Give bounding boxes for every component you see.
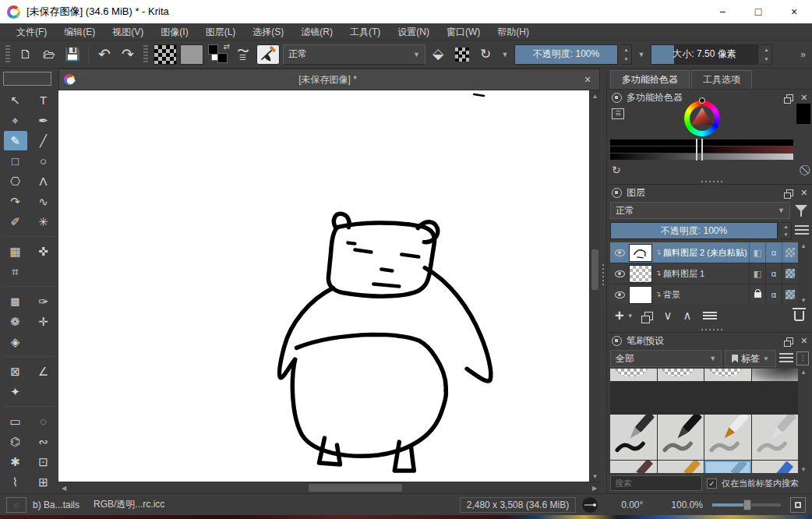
layer-name[interactable]: 背景 [663,289,749,301]
brush-preset-eraser-checker[interactable] [704,369,751,381]
transform-tool[interactable]: ▦ [4,242,27,261]
measure-tool[interactable]: ∠ [32,362,55,381]
opacity-slider[interactable]: 不透明度: 100% [514,44,618,65]
tag-button[interactable]: 标签 ▼ [725,350,776,367]
add-layer-button[interactable]: + [615,307,624,325]
filter-layers-icon[interactable] [793,203,809,218]
redo-icon[interactable]: ↷ [118,44,138,65]
zoom-slider[interactable] [712,503,781,507]
maximize-button[interactable]: □ [740,0,776,23]
layer-row[interactable]: ↴颜料图层 1◧α [610,263,798,284]
smart-patch-tool[interactable]: ✛ [32,312,55,331]
search-in-tag-checkbox[interactable]: ✓ [707,478,717,489]
tab-tool-options[interactable]: 工具选项 [691,70,752,89]
selector-shape-icon[interactable]: ☰ [612,108,624,119]
layer-scrollbar[interactable]: ▲ ▼ [798,242,809,304]
vscroll-thumb[interactable] [591,249,598,290]
brush-editor-icon[interactable] [256,44,280,65]
save-icon[interactable]: 💾 [62,44,83,65]
menu-item[interactable]: 工具(T) [341,23,389,41]
menu-item[interactable]: 设置(N) [389,23,438,41]
canvas-horizontal-scrollbar[interactable]: ◀ ▶ [58,482,600,493]
toolbar-blend-mode-dropdown[interactable]: 正常▼ [283,44,425,65]
brush-preset-pencil-blue[interactable] [752,461,799,473]
alpha-lock-icon[interactable]: α [765,284,782,304]
brush-preset-marker-black[interactable] [658,415,704,460]
toolbox-drag-header[interactable] [3,72,51,86]
inherit-alpha-icon[interactable] [782,263,798,284]
magnetic-select-tool[interactable]: ⌇ [4,472,27,492]
canvas[interactable] [58,90,589,482]
brush-lock-icon[interactable]: ◧ [754,248,761,258]
alpha-lock-icon[interactable]: α [765,263,782,284]
reload-preset-icon[interactable]: ↻ [475,44,496,65]
layer-thumbnail[interactable] [629,244,652,262]
layer-row[interactable]: ↴背景α [610,284,798,304]
toolbar-drag-handle[interactable] [5,45,10,64]
layer-blend-mode-dropdown[interactable]: 正常▼ [610,202,790,219]
toolbar-drag-handle[interactable] [143,45,148,64]
canvas-vertical-scrollbar[interactable]: ▲ ▼ [589,90,600,482]
text-tool[interactable]: T [32,90,55,110]
docker-float-icon[interactable] [786,337,793,344]
scroll-up-icon[interactable]: ▲ [800,369,807,376]
layer-menu-icon[interactable] [795,225,809,236]
close-button[interactable]: × [776,0,812,23]
layer-name[interactable]: 颜料图层 1 [663,268,749,280]
scroll-down-icon[interactable]: ▼ [800,297,807,304]
fg-bg-colors[interactable]: ⇄ [207,44,230,65]
inherit-alpha-icon[interactable] [782,284,798,304]
layer-properties-button[interactable] [703,311,717,320]
docker-close-icon[interactable]: × [801,92,807,103]
hscroll-thumb[interactable] [309,484,402,492]
brush-preset-watercolor-blue[interactable] [704,461,751,473]
layer-visibility-toggle[interactable] [610,249,629,256]
scroll-right-icon[interactable]: ▶ [589,482,600,493]
open-document-icon[interactable]: 🗁 [39,44,59,65]
rotation-dial-icon[interactable] [582,497,598,513]
multibrush-tool[interactable]: ✳ [32,212,55,231]
inherit-alpha-icon[interactable] [782,242,798,263]
scroll-left-icon[interactable]: ◀ [58,482,69,493]
layer-thumbnail[interactable] [629,265,652,283]
docker-lock-icon[interactable] [612,336,622,346]
dynamic-brush-tool[interactable]: ✐ [4,212,27,231]
line-tool[interactable]: ╱ [32,131,55,150]
menu-item[interactable]: 选择(S) [244,23,292,41]
layer-lock-cell[interactable]: ◧ [749,263,765,284]
docker-lock-icon[interactable] [612,93,622,103]
preserve-alpha-icon[interactable] [452,44,472,65]
color-sampler-tool[interactable]: ✑ [32,291,55,311]
add-layer-dropdown-icon[interactable]: ▼ [627,312,634,320]
chevron-down-icon[interactable]: ▼ [499,44,511,65]
menu-item[interactable]: 滤镜(R) [292,23,341,41]
docker-splitter-handle[interactable] [607,327,812,332]
zoom-slider-knob[interactable] [743,500,751,510]
brush-lock-icon[interactable]: ◧ [754,269,761,279]
layer-lock-cell[interactable] [749,284,765,304]
bezier-select-tool[interactable]: ⊞ [32,472,55,492]
brush-preset-pen-silver[interactable] [752,415,799,460]
gradient-tool[interactable]: ▩ [4,291,27,311]
subwindow-close-icon[interactable]: × [576,73,599,86]
crop-tool[interactable]: ⌗ [4,262,27,281]
docker-splitter-handle[interactable] [607,179,812,184]
brush-preset-eraser-circle-soft[interactable] [658,369,704,381]
undo-icon[interactable]: ↶ [94,44,115,65]
menu-item[interactable]: 视图(V) [104,23,152,41]
freehand-path-tool[interactable]: ∿ [32,192,55,211]
chevron-down-icon[interactable]: ▼ [635,44,648,65]
edit-shapes-tool[interactable]: ⌖ [4,111,27,130]
similar-select-tool[interactable]: ✱ [4,452,27,471]
brush-preset-ink-pen-dark[interactable] [610,415,657,460]
layer-name[interactable]: 颜料图层 2 (来自粘贴) [663,247,749,259]
tab-advanced-color-selector[interactable]: 多功能拾色器 [610,70,690,89]
layer-opacity-slider[interactable]: 不透明度: 100% [610,222,778,239]
select-shapes-tool[interactable]: ↖ [4,90,27,110]
bezier-curve-tool[interactable]: ↷ [4,192,27,211]
brush-settings-icon[interactable]: 〜☰ [233,44,253,65]
delete-layer-button[interactable] [794,311,804,321]
brush-preset-airbrush-dark[interactable] [752,369,799,381]
refresh-icon[interactable]: ↻ [612,164,621,176]
scroll-up-icon[interactable]: ▲ [800,242,807,249]
